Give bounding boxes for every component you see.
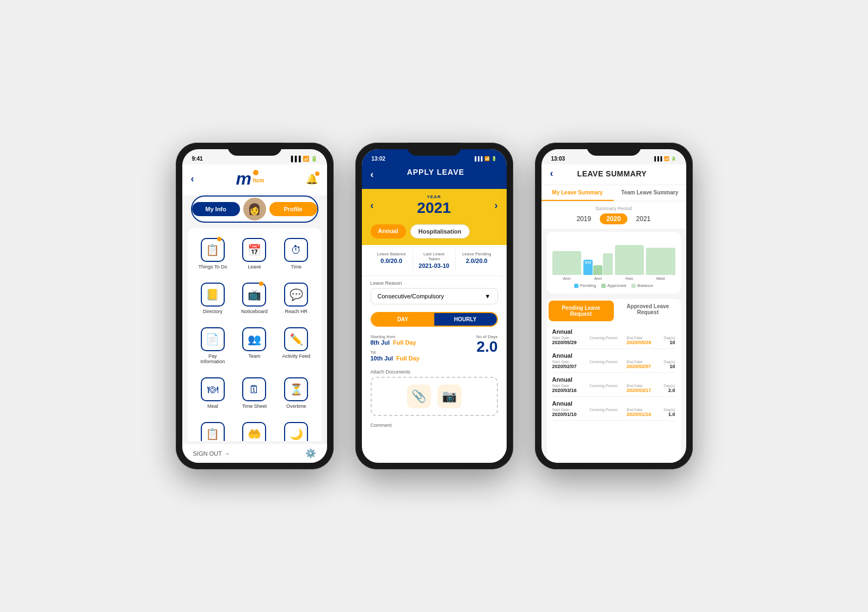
directory-label: Directory xyxy=(203,309,223,314)
wifi-icon-2: 📶 xyxy=(484,156,490,161)
menu-item-noticeboard[interactable]: 📺 Noticeboard xyxy=(236,277,273,317)
tab-my-leave-summary[interactable]: My Leave Summary xyxy=(541,185,614,201)
noticeboard-badge xyxy=(259,281,263,286)
tab-approved-request[interactable]: Approved Leave Request xyxy=(615,299,681,323)
menu-item-meal[interactable]: 🍽 Meal xyxy=(194,372,232,412)
pay-info-label: Pay Information xyxy=(196,353,230,364)
directory-icon: 📒 xyxy=(201,283,225,307)
phone2-content: ‹ YEAR 2021 › Annual Hospitalisation Lea… xyxy=(362,189,507,463)
prev-year-button[interactable]: ‹ xyxy=(371,200,374,211)
menu-item-team[interactable]: 👥 Team xyxy=(236,322,273,368)
leave-type-1: Annual xyxy=(552,352,675,359)
back-button-2[interactable]: ‹ xyxy=(371,169,374,180)
days-label-2: Day(s) xyxy=(664,384,675,388)
leave-icon: 📅 xyxy=(242,238,266,262)
balance-label: Balance xyxy=(637,283,653,288)
notch-3 xyxy=(587,143,641,156)
next-year-button[interactable]: › xyxy=(494,200,497,211)
battery-icon-3: 🔋 xyxy=(671,156,676,161)
menu-item-attendence[interactable]: 🌙 Attendence xyxy=(278,417,315,441)
legend-balance: Balance xyxy=(631,283,653,288)
meal-label: Meal xyxy=(207,403,218,409)
attach-file-button[interactable]: 📎 xyxy=(407,384,431,408)
end-col-3: End Date 2020/01/10 xyxy=(626,408,663,417)
leave-reason-section: Leave Reason Consecutive/Compulsory ▼ xyxy=(362,276,507,309)
leave-balance-col: Leave Balance 0.0/20.0 xyxy=(371,249,413,271)
end-val-0: 2020/05/29 xyxy=(626,340,663,345)
attach-label: Attach Documents xyxy=(371,369,498,375)
no-of-days-val: 2.0 xyxy=(476,339,498,354)
leave-details-0: Start Date 2020/05/29 Covering Person En… xyxy=(552,336,675,345)
request-status-icon: 📋 xyxy=(201,422,225,441)
leave-list: Annual Start Date 2020/05/29 Covering Pe… xyxy=(547,323,681,463)
comment-section: Comment xyxy=(362,419,507,430)
attach-camera-button[interactable]: 📷 xyxy=(438,384,461,408)
back-button-1[interactable]: ‹ xyxy=(191,173,194,185)
start-label-3: Start Date xyxy=(552,408,589,412)
logo-dot xyxy=(253,170,258,175)
year-2021[interactable]: 2021 xyxy=(636,215,651,223)
attendence-icon: 🌙 xyxy=(284,422,308,441)
start-col-3: Start Date 2020/01/10 xyxy=(552,408,589,417)
tab-profile[interactable]: Profile xyxy=(269,202,317,216)
menu-item-leave[interactable]: 📅 Leave xyxy=(236,232,273,273)
tab-annual[interactable]: Annual xyxy=(371,224,406,238)
request-tabs: Pending Leave Request Approved Leave Req… xyxy=(547,299,681,323)
leave-label: Leave xyxy=(248,264,261,270)
battery-icon-2: 🔋 xyxy=(491,156,497,161)
menu-item-activity-feed[interactable]: ✏️ Activity Feed xyxy=(278,322,315,368)
year-value: 2021 xyxy=(417,199,451,217)
days-col-0: Day(s) 10 xyxy=(664,336,675,345)
menu-item-things-to-do[interactable]: 📋 Things To Do xyxy=(194,232,232,273)
leave-reason-select[interactable]: Consecutive/Compulsory ▼ xyxy=(371,288,498,304)
leave-balance-val: 0.0/20.0 xyxy=(375,258,408,264)
phone-2: 13:02 ▐▐▐ 📶 🔋 ‹ APPLY LEAVE ‹ xyxy=(355,143,513,469)
end-label-2: End Date xyxy=(626,384,663,388)
attach-box: 📎 📷 xyxy=(371,377,498,416)
tab-hospitalisation[interactable]: Hospitalisation xyxy=(410,224,470,238)
phone1-content: ‹ m hcm 🔔 My Info xyxy=(182,164,327,441)
year-2020-active[interactable]: 2020 xyxy=(600,213,627,224)
menu-item-time[interactable]: ⏱ Time xyxy=(278,232,315,273)
menu-item-reach-hr[interactable]: 💬 Reach HR xyxy=(278,277,315,317)
settings-icon[interactable]: ⚙️ xyxy=(305,448,316,458)
leave-details-3: Start Date 2020/01/10 Covering Person En… xyxy=(552,408,675,417)
start-col-2: Start Date 2020/03/16 xyxy=(552,384,589,393)
covering-col-2: Covering Person xyxy=(589,384,626,393)
signout-button[interactable]: SIGN OUT → xyxy=(193,450,230,457)
starting-from-date: 8th Jul xyxy=(371,339,390,346)
start-val-2: 2020/03/16 xyxy=(552,388,589,393)
menu-item-time-sheet[interactable]: 🗓 Time Sheet xyxy=(236,372,273,412)
year-label: YEAR xyxy=(417,194,451,199)
menu-item-request-status[interactable]: 📋 Request Status xyxy=(194,417,232,441)
leave-pending-label: Leave Pending xyxy=(460,252,493,256)
toggle-hourly-button[interactable]: HOURLY xyxy=(434,313,497,326)
profile-tabs: My Info 👩 Profile xyxy=(191,195,318,223)
toggle-day-button[interactable]: DAY xyxy=(372,313,434,326)
leave-info-row: Leave Balance 0.0/20.0 Last Leave Taken … xyxy=(362,245,507,276)
covering-label-0: Covering Person xyxy=(589,336,626,340)
wifi-icon-3: 📶 xyxy=(664,156,669,161)
notification-icon[interactable]: 🔔 xyxy=(306,173,318,185)
tab-myinfo[interactable]: My Info xyxy=(192,202,240,216)
leave-type-0: Annual xyxy=(552,328,675,335)
days-val-0: 10 xyxy=(664,340,675,345)
menu-item-pay-info[interactable]: 📄 Pay Information xyxy=(194,322,232,368)
end-label-0: End Date xyxy=(626,336,663,340)
tab-pending-request[interactable]: Pending Leave Request xyxy=(549,301,614,321)
leave-type-3: Annual xyxy=(552,400,675,407)
bar-hos-label: Hos xyxy=(625,276,633,281)
end-val-2: 2020/03/17 xyxy=(626,388,663,393)
team-icon: 👥 xyxy=(242,327,266,351)
time-label: Time xyxy=(291,264,301,270)
bar-ann2-approved xyxy=(593,265,602,275)
leave-details-1: Start Date 2020/02/07 Covering Person En… xyxy=(552,360,675,369)
menu-item-directory[interactable]: 📒 Directory xyxy=(194,277,232,317)
reach-hr-icon: 💬 xyxy=(284,283,308,307)
legend-pending: Pending xyxy=(574,283,596,288)
tab-team-leave-summary[interactable]: Team Leave Summary xyxy=(614,185,686,201)
wifi-icon: 📶 xyxy=(303,156,309,162)
year-2019[interactable]: 2019 xyxy=(576,215,591,223)
menu-item-overtime[interactable]: ⏳ Overtime xyxy=(278,372,315,412)
menu-item-claims[interactable]: 🤲 Claims xyxy=(236,417,273,441)
